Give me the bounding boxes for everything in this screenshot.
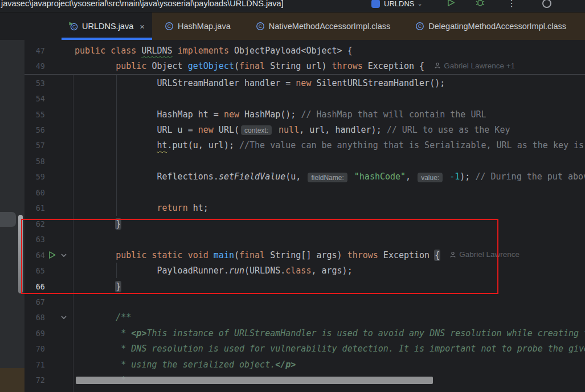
line-number: 55 — [24, 110, 45, 119]
debug-button[interactable] — [476, 0, 485, 9]
author-annotation[interactable]: Gabriel Lawrence — [449, 250, 519, 259]
code-token — [349, 172, 354, 182]
line-number: 59 — [24, 172, 45, 181]
code-token: URL( — [214, 125, 239, 135]
fold-chevron-icon[interactable] — [59, 251, 68, 259]
svg-text:C: C — [258, 23, 262, 29]
code-line-53[interactable]: 53 URLStreamHandler handler = new Silent… — [24, 75, 585, 91]
code-line-61[interactable]: 61 return ht; — [24, 201, 585, 216]
left-tool-window-stripe — [0, 40, 24, 392]
profile-icon[interactable] — [542, 0, 551, 8]
code-token: new — [198, 125, 214, 135]
editor-tab-bar: CURLDNS.java× CHashMap.javaCNativeMethod… — [0, 13, 585, 40]
horizontal-scrollbar[interactable] — [76, 377, 433, 384]
code-line-67[interactable]: 67 — [24, 294, 585, 309]
code-line-68[interactable]: 68 /** — [24, 310, 585, 325]
tab-label: NativeMethodAccessorImpl.class — [269, 22, 391, 31]
code-line-54[interactable]: 54 — [24, 91, 585, 106]
code-token: final — [239, 61, 265, 71]
run-button[interactable] — [447, 0, 455, 9]
tab-bar-spacer — [0, 13, 62, 40]
tool-window-handle[interactable] — [0, 212, 16, 227]
code-line-71[interactable]: 71 * using the serialized object.</p> — [24, 357, 585, 372]
svg-text:C: C — [72, 24, 76, 30]
code-line-65[interactable]: 65 PayloadRunner.run(URLDNS.class, args)… — [24, 263, 585, 278]
tab-urldns-java[interactable]: CURLDNS.java× — [62, 13, 152, 40]
code-line-47[interactable]: 47public class URLDNS implements ObjectP… — [24, 43, 585, 58]
code-line-56[interactable]: 56 URL u = new URL(context: null, url, h… — [24, 122, 585, 137]
code-token: ht — [157, 140, 167, 150]
line-number: 56 — [24, 125, 45, 134]
code-line-62[interactable]: 62 } — [24, 216, 585, 231]
code-text: * DNS resolution is used for vulnerabili… — [73, 344, 585, 354]
code-text: * using the serialized object.</p> — [73, 360, 296, 370]
tab-delegatingmethodaccessorimpl-class[interactable]: CDelegatingMethodAccessorImpl.class — [403, 13, 579, 40]
code-line-57[interactable]: 57 ht.put(u, url); //The value can be an… — [24, 138, 585, 153]
code-token: , url, handler); — [299, 125, 387, 135]
svg-text:C: C — [167, 23, 171, 29]
author-annotation[interactable]: Gabriel Lawrence +1 — [434, 62, 515, 70]
code-token: HashMap(); — [239, 109, 301, 120]
code-line-63[interactable]: 63 — [24, 231, 585, 247]
indent-guide — [116, 75, 117, 216]
code-token: run — [229, 266, 244, 276]
sticky-header: 47public class URLDNS implements ObjectP… — [24, 40, 585, 75]
tab-nativemethodaccessorimpl-class[interactable]: CNativeMethodAccessorImpl.class — [243, 13, 403, 40]
code-token — [75, 61, 116, 71]
bottom-tool-window-button[interactable] — [0, 368, 24, 392]
code-token: // URL to use as the Key — [387, 125, 510, 135]
tab-label: HashMap.java — [178, 22, 231, 31]
code-token: HashMap ht = — [75, 109, 224, 120]
line-number: 53 — [24, 79, 45, 88]
code-token: throws — [332, 61, 363, 71]
code-line-59[interactable]: 59 Reflections.setFieldValue(u, fieldNam… — [24, 169, 585, 185]
code-line-58[interactable]: 58 — [24, 153, 585, 169]
code-line-66[interactable]: 66 } — [24, 279, 585, 294]
more-options-icon[interactable]: ⋮ — [508, 0, 516, 9]
code-editor[interactable]: 47public class URLDNS implements ObjectP… — [24, 40, 585, 392]
code-line-49[interactable]: 49 public Object getObject(final String … — [24, 58, 585, 74]
code-line-69[interactable]: 69 * <p>This instance of URLStreamHandle… — [24, 325, 585, 341]
line-number: 47 — [24, 46, 45, 55]
class-icon: C — [256, 22, 265, 31]
code-text: public Object getObject(final String url… — [73, 61, 515, 71]
code-line-60[interactable]: 60 — [24, 185, 585, 200]
code-token: URL u = — [75, 125, 198, 135]
code-line-70[interactable]: 70 * DNS resolution is used for vulnerab… — [24, 341, 585, 357]
line-number: 54 — [24, 94, 45, 103]
line-number: 69 — [24, 329, 45, 338]
code-token: public — [116, 250, 146, 260]
code-token: // During the put above — [475, 172, 585, 182]
code-token: new — [224, 109, 239, 120]
close-tab-icon[interactable]: × — [140, 22, 145, 31]
fold-chevron-icon[interactable] — [59, 313, 68, 322]
code-token: new — [296, 78, 311, 88]
ide-window: javasec\javaproject\ysoserial\src\main\j… — [0, 0, 585, 392]
gutter-separator — [73, 40, 73, 392]
code-token: String url) — [265, 61, 332, 71]
code-text: URL u = new URL(context: null, url, hand… — [73, 125, 510, 135]
code-token: , — [406, 172, 416, 182]
tab-label: URLDNS.java — [82, 22, 133, 31]
class-icon: C — [415, 22, 424, 31]
code-token: ObjectPayload<Object> { — [229, 46, 353, 56]
tab-hashmap-java[interactable]: CHashMap.java — [152, 13, 243, 40]
code-token: This instance of URLStreamHandler is use… — [146, 328, 585, 338]
code-text: * <p>This instance of URLStreamHandler i… — [73, 328, 585, 338]
left-scrollbar-thumb[interactable] — [18, 215, 23, 293]
code-token: } — [116, 219, 121, 229]
code-text: URLStreamHandler handler = new SilentURL… — [73, 78, 445, 88]
parameter-hint-chip: context: — [241, 125, 272, 135]
code-token: class — [285, 266, 311, 276]
code-line-64[interactable]: 64 public static void main(final String[… — [24, 247, 585, 263]
code-token: public — [116, 61, 146, 71]
run-gutter-icon[interactable] — [48, 251, 56, 259]
parameter-hint-chip: fieldName: — [308, 173, 347, 182]
line-number: 62 — [24, 219, 45, 228]
code-line-55[interactable]: 55 HashMap ht = new HashMap(); // HashMa… — [24, 107, 585, 122]
run-configuration-selector[interactable]: URLDNS ⌄ — [371, 0, 423, 8]
code-token — [444, 172, 449, 182]
code-token: Reflections. — [75, 172, 219, 182]
code-token: "hashCode" — [354, 172, 406, 182]
code-token: * DNS resolution is used for vulnerabili… — [75, 344, 585, 354]
